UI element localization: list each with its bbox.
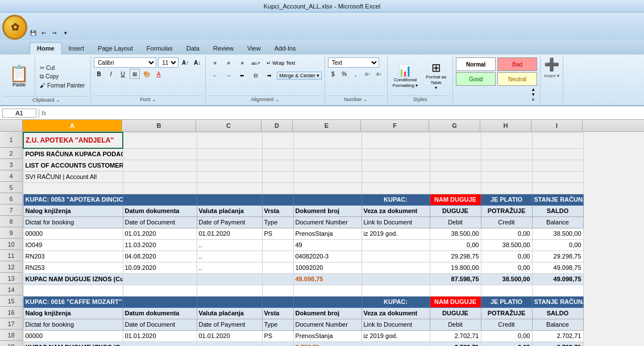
- cell-6-D[interactable]: [262, 194, 293, 205]
- col-header-D[interactable]: D: [261, 120, 293, 131]
- cell-3-E[interactable]: [293, 160, 362, 171]
- cell-10-A[interactable]: IO049: [23, 239, 123, 251]
- insert-btn[interactable]: ➕: [544, 57, 559, 72]
- cell-14-F[interactable]: [362, 285, 430, 296]
- cell-1-C[interactable]: [197, 132, 262, 148]
- cell-15-B[interactable]: [123, 296, 197, 307]
- wrap-text-btn[interactable]: ↵Wrap Text: [264, 59, 297, 67]
- row-header-10[interactable]: 10: [0, 239, 23, 250]
- cell-14-C[interactable]: [197, 285, 262, 296]
- cell-17-C[interactable]: Date of Payment: [197, 319, 262, 330]
- cell-11-D[interactable]: [262, 251, 293, 262]
- cell-3-H[interactable]: [481, 160, 532, 171]
- underline-button[interactable]: U: [118, 69, 128, 79]
- cell-15-G[interactable]: NAM DUGUJE: [430, 296, 481, 307]
- row-header-19[interactable]: 19: [0, 341, 23, 346]
- cell-3-C[interactable]: [197, 160, 262, 171]
- cell-19-I[interactable]: 2.702,71: [532, 341, 583, 346]
- format-painter-button[interactable]: 🖌 Format Painter: [39, 82, 86, 89]
- cell-14-G[interactable]: [430, 285, 481, 296]
- cell-7-D[interactable]: Vrsta: [262, 205, 293, 216]
- row-header-14[interactable]: 14: [0, 284, 23, 295]
- cell-5-C[interactable]: [197, 182, 262, 194]
- cell-8-E[interactable]: Document Number: [293, 216, 362, 228]
- col-header-C[interactable]: C: [196, 120, 261, 131]
- row-header-12[interactable]: 12: [0, 261, 23, 273]
- cell-7-G[interactable]: DUGUJE: [430, 205, 481, 216]
- cell-12-B[interactable]: 10.09.2020: [123, 262, 197, 273]
- row-header-8[interactable]: 8: [0, 216, 23, 227]
- cell-19-C[interactable]: [197, 341, 262, 346]
- row-header-4[interactable]: 4: [0, 170, 23, 182]
- style-normal[interactable]: Normal: [456, 57, 496, 71]
- cell-11-E[interactable]: 04082020-3: [293, 251, 362, 262]
- cell-17-F[interactable]: Link to Document: [362, 319, 430, 330]
- cell-17-E[interactable]: Document Number: [293, 319, 362, 330]
- cell-16-I[interactable]: SALDO: [532, 307, 583, 319]
- cell-9-I[interactable]: 38.500,00: [532, 228, 583, 239]
- dec-decrease-btn[interactable]: .0↓: [373, 69, 384, 79]
- cell-1-I[interactable]: [532, 132, 583, 148]
- cell-17-D[interactable]: Type: [262, 319, 293, 330]
- cell-5-B[interactable]: [123, 182, 197, 194]
- cell-6-H[interactable]: JE PLATIO: [481, 194, 532, 205]
- thousands-btn[interactable]: ,: [351, 69, 361, 79]
- cell-10-B[interactable]: 11.03.2020: [123, 239, 197, 251]
- cell-8-B[interactable]: Date of Document: [123, 216, 197, 228]
- cell-3-D[interactable]: [262, 160, 293, 171]
- col-header-H[interactable]: H: [480, 120, 531, 131]
- decrease-font-btn[interactable]: A↓: [192, 57, 202, 68]
- row-header-17[interactable]: 17: [0, 318, 23, 330]
- cell-1-G[interactable]: [430, 132, 481, 148]
- style-bad[interactable]: Bad: [497, 57, 537, 71]
- formula-input[interactable]: [49, 110, 642, 116]
- currency-btn[interactable]: $: [328, 69, 338, 79]
- cell-4-G[interactable]: [430, 171, 481, 182]
- cell-19-E[interactable]: 2.702,71: [293, 341, 362, 346]
- fill-color-button[interactable]: 🎨: [142, 69, 152, 79]
- cell-5-H[interactable]: [481, 182, 532, 194]
- border-button[interactable]: ⊞: [130, 69, 140, 79]
- cell-10-H[interactable]: 38.500,00: [481, 239, 532, 251]
- ribbon-tab-insert[interactable]: Insert: [62, 42, 92, 55]
- row-header-7[interactable]: 7: [0, 205, 23, 216]
- cell-18-D[interactable]: PS: [262, 330, 293, 341]
- indent-less-btn[interactable]: ←: [209, 70, 221, 81]
- cell-8-G[interactable]: Debit: [430, 216, 481, 228]
- ribbon-tab-review[interactable]: Review: [206, 42, 240, 55]
- cell-4-I[interactable]: [532, 171, 583, 182]
- copy-button[interactable]: ⧉ Copy: [39, 73, 86, 81]
- col-header-I[interactable]: I: [531, 120, 583, 131]
- cell-2-I[interactable]: [532, 148, 583, 160]
- cell-4-E[interactable]: [293, 171, 362, 182]
- paste-button[interactable]: 📋 Paste: [3, 57, 35, 96]
- cell-9-E[interactable]: PrenosStanja: [293, 228, 362, 239]
- font-color-button[interactable]: A: [153, 69, 164, 79]
- cell-3-B[interactable]: [123, 160, 197, 171]
- cell-15-C[interactable]: [197, 296, 262, 307]
- cell-12-G[interactable]: 19.800,00: [430, 262, 481, 273]
- increase-font-btn[interactable]: A↑: [180, 57, 190, 68]
- cell-13-B[interactable]: [123, 273, 197, 285]
- row-header-2[interactable]: 2: [0, 148, 23, 159]
- cell-3-G[interactable]: [430, 160, 481, 171]
- cell-19-A[interactable]: KUPAC NAM DUGUJE IZNOS (Customer owes am…: [23, 341, 123, 346]
- cell-7-E[interactable]: Dokument broj: [293, 205, 362, 216]
- number-format-select[interactable]: Text: [328, 57, 379, 68]
- cell-13-I[interactable]: 49.098,75: [532, 273, 583, 285]
- cell-9-A[interactable]: 00000: [23, 228, 123, 239]
- style-neutral[interactable]: Neutral: [497, 72, 537, 86]
- cell-2-A[interactable]: POPIS RAČUNA KUPACA PODACI OŠTEĆENI: [23, 148, 123, 160]
- cell-styles-scroll[interactable]: ▲ ▼ ≡: [529, 87, 537, 102]
- cell-2-G[interactable]: [430, 148, 481, 160]
- cell-5-D[interactable]: [262, 182, 293, 194]
- row-header-9[interactable]: 9: [0, 227, 23, 239]
- quick-undo[interactable]: ↩: [39, 28, 48, 37]
- cell-1-B[interactable]: [123, 132, 197, 148]
- style-good[interactable]: Good: [456, 72, 496, 86]
- italic-button[interactable]: I: [106, 69, 116, 79]
- cell-13-C[interactable]: [197, 273, 262, 285]
- cell-13-H[interactable]: 38.500,00: [481, 273, 532, 285]
- col-header-F[interactable]: F: [361, 120, 429, 131]
- cell-10-C[interactable]: ..: [197, 239, 262, 251]
